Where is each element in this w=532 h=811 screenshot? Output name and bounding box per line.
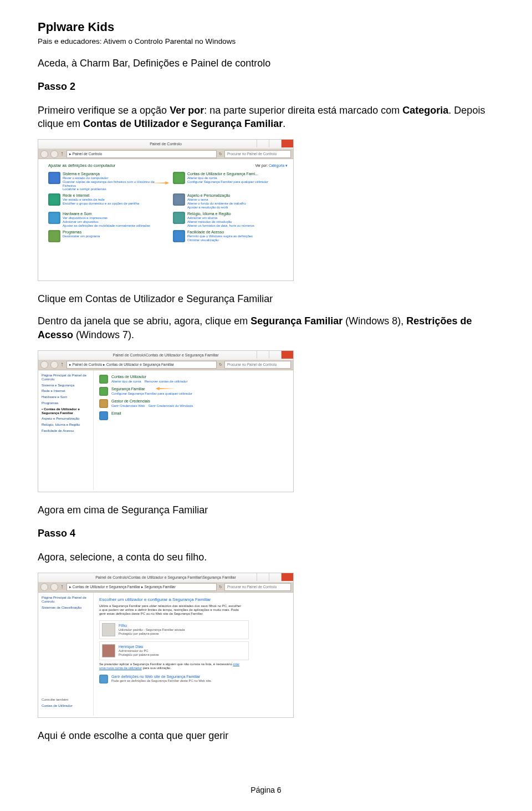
window-titlebar: Painel de Controlo\Contas de Utilizador …: [38, 351, 293, 360]
adjust-settings-heading: Ajustar as definições do computador: [48, 164, 115, 169]
view-by[interactable]: Ver por: Categoria ▾: [255, 164, 288, 169]
category-item[interactable]: ProgramasDesinstalar um programa: [48, 230, 163, 242]
ua-item[interactable]: Segurança FamiliarConfigurar Segurança F…: [99, 387, 288, 396]
category-item[interactable]: Sistema e SegurançaRever o estado do com…: [48, 172, 163, 192]
category-link[interactable]: Permitir que o Windows sugira as definiç…: [187, 234, 253, 238]
category-item[interactable]: Facilidade de AcessoPermitir que o Windo…: [173, 230, 288, 242]
forward-icon[interactable]: [50, 361, 58, 369]
up-icon[interactable]: ⭡: [60, 363, 64, 367]
sidebar-item[interactable]: Aspeto e Personalização: [42, 417, 90, 421]
category-link[interactable]: Ver estado e tarefas da rede: [63, 198, 139, 202]
category-title: Hardware e Som: [63, 212, 150, 216]
back-icon[interactable]: [40, 150, 48, 158]
refresh-icon[interactable]: ↻: [219, 363, 222, 367]
category-item[interactable]: Rede e InternetVer estado e tarefas da r…: [48, 193, 163, 210]
ua-icon: [99, 375, 108, 384]
category-link[interactable]: Guardar cópias de segurança dos ficheiro…: [63, 180, 163, 188]
see-also-label: Consulte também: [42, 698, 73, 702]
intro-line: Aceda, à Charm Bar, Definições e Painel …: [38, 57, 494, 70]
category-item[interactable]: Hardware e SomVer dispositivos e impress…: [48, 212, 163, 228]
category-icon: [48, 193, 60, 206]
ua-link[interactable]: Gerir Credenciais do Windows: [149, 404, 193, 408]
category-title: Contas de Utilizador e Segurança Fami...: [187, 172, 268, 176]
caption-3: Aqui é onde escolhe a conta que quer ger…: [38, 729, 494, 742]
back-icon[interactable]: [40, 583, 48, 591]
category-link[interactable]: Alterar tipo de conta: [187, 176, 268, 180]
forward-icon[interactable]: [50, 583, 58, 591]
web-settings-sub: Pode gerir as definições da Segurança Fa…: [111, 679, 212, 683]
category-link[interactable]: Escolher o grupo doméstico e as opções d…: [63, 202, 139, 206]
address-bar: ⭡ ▸ Painel de Controlo ▸ Contas de Utili…: [38, 360, 293, 370]
ua-item[interactable]: Gestor de CredenciaisGerir Credenciais W…: [99, 399, 288, 408]
category-item[interactable]: Contas de Utilizador e Segurança Fami...…: [173, 172, 288, 192]
category-link[interactable]: Localizar e corrigir problemas: [63, 187, 163, 191]
sidebar-item[interactable]: • Contas de Utilizador e Segurança Famil…: [42, 407, 90, 415]
ua-item[interactable]: Contas de UtilizadorAlterar tipo de cont…: [99, 375, 288, 384]
refresh-icon[interactable]: ↻: [219, 585, 222, 589]
sidebar-item[interactable]: Página Principal do Painel de Controlo: [42, 596, 90, 604]
sidebar-item[interactable]: Rede e Internet: [42, 389, 90, 393]
category-link[interactable]: Ajustar as definições de mobilidade norm…: [63, 224, 150, 228]
ua-link[interactable]: Alterar tipo de conta: [111, 380, 141, 384]
category-link[interactable]: Ver dispositivos e impressoras: [63, 216, 150, 220]
category-item[interactable]: Aspeto e PersonalizaçãoAlterar o temaAlt…: [173, 193, 288, 210]
category-link[interactable]: Rever o estado do computador: [63, 176, 163, 180]
category-link[interactable]: Alterar os formatos de data, hora ou núm…: [187, 224, 254, 228]
user-row[interactable]: Henrique DiasAdministrador do PCProtegid…: [99, 641, 249, 660]
ua-link[interactable]: Remover contas de utilizador: [145, 380, 188, 384]
breadcrumb[interactable]: ▸ Painel de Controlo ▸ Contas de Utiliza…: [66, 361, 217, 369]
category-link[interactable]: Desinstalar um programa: [63, 234, 100, 238]
sidebar-item[interactable]: Página Principal do Painel de Controlo: [42, 374, 90, 381]
page-footer: Página 6: [0, 785, 532, 795]
ua-icon: [99, 411, 108, 420]
search-input[interactable]: Procurar no Painel de Controlo: [224, 361, 291, 369]
category-link[interactable]: Adicionar um idioma: [187, 216, 254, 220]
category-link[interactable]: Otimizar visualização: [187, 238, 253, 242]
up-icon[interactable]: ⭡: [60, 585, 64, 589]
category-title: Programas: [63, 230, 100, 234]
category-title: Rede e Internet: [63, 193, 139, 198]
sidebar-item[interactable]: Hardware e Som: [42, 395, 90, 399]
fs-note: Se pretender aplicar a Segurança Familia…: [99, 662, 243, 670]
search-input[interactable]: Procurar no Painel de Controlo: [224, 583, 291, 591]
step-3-paragraph: Dentro da janela que se abriu, agora, cl…: [38, 314, 494, 341]
back-icon[interactable]: [40, 361, 48, 369]
refresh-icon[interactable]: ↻: [219, 152, 222, 156]
breadcrumb[interactable]: ▸ Painel de Controlo: [66, 150, 217, 158]
globe-icon: [99, 675, 108, 684]
p3-a: Dentro da janela que se abriu, agora, cl…: [38, 315, 250, 327]
forward-icon[interactable]: [50, 150, 58, 158]
step-2-heading: Passo 2: [38, 80, 494, 93]
sidebar-item[interactable]: Programas: [42, 401, 90, 405]
sidebar-item[interactable]: Sistemas de Classificação: [42, 606, 90, 610]
category-icon: [48, 230, 60, 242]
user-row[interactable]: FilhoUtilizador padrão - Segurança Famil…: [99, 620, 249, 639]
see-also-link[interactable]: Contas de Utilizador: [42, 704, 73, 708]
p2-a: Primeiro verifique se a opção: [38, 105, 170, 116]
sidebar-item[interactable]: Sistema e Segurança: [42, 384, 90, 387]
window-buttons: [257, 140, 293, 147]
window-buttons: [257, 573, 293, 581]
category-link[interactable]: Alterar o tema: [187, 198, 246, 202]
category-link[interactable]: Ajustar a resolução do ecrã: [187, 206, 246, 210]
ua-title: Segurança Familiar: [111, 387, 196, 391]
breadcrumb[interactable]: ▸ Contas de Utilizador e Segurança Famil…: [66, 583, 217, 591]
category-link[interactable]: Configurar Segurança Familiar para qualq…: [187, 180, 268, 184]
sidebar: Página Principal do Painel de ControloSi…: [38, 370, 94, 490]
sidebar-item[interactable]: Facilidade de Acesso: [42, 429, 90, 433]
p2-c: : na parte superior direita está marcado…: [204, 105, 402, 116]
category-link[interactable]: Adicionar um dispositivo: [63, 220, 150, 224]
caption-1: Clique em Contas de Utilizador e Seguran…: [38, 292, 494, 305]
category-link[interactable]: Alterar métodos de introdução: [187, 220, 254, 224]
sidebar: Página Principal do Painel de ControloSi…: [38, 593, 94, 716]
up-icon[interactable]: ⭡: [60, 152, 64, 156]
sidebar-item[interactable]: Relógio, Idioma e Região: [42, 423, 90, 427]
ua-link[interactable]: Gerir Credenciais Web: [111, 404, 145, 408]
ua-item[interactable]: Email: [99, 411, 288, 420]
search-input[interactable]: Procurar no Painel de Controlo: [224, 150, 291, 158]
category-link[interactable]: Alterar o fundo do ambiente de trabalho: [187, 202, 246, 206]
ua-link[interactable]: Configurar Segurança Familiar para qualq…: [111, 392, 192, 396]
web-settings-row[interactable]: Gerir definições no Web site de Seguranç…: [99, 675, 254, 684]
category-item[interactable]: Relógio, Idioma e RegiãoAdicionar um idi…: [173, 212, 288, 228]
screenshot-user-accounts: Painel de Controlo\Contas de Utilizador …: [38, 350, 294, 492]
